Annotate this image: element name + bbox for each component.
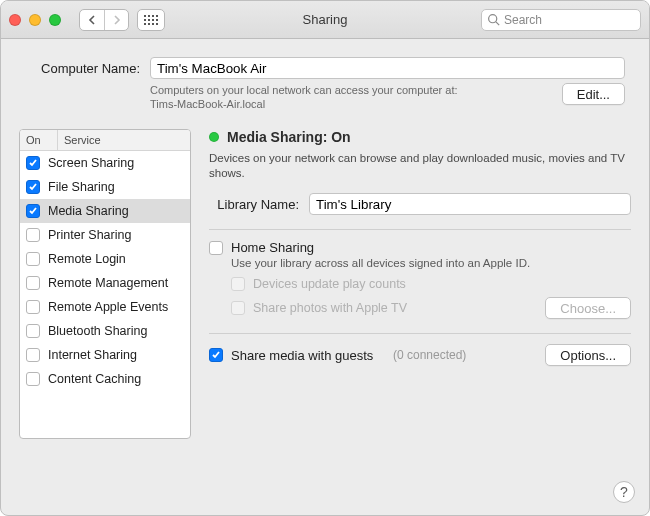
service-label: Remote Login	[48, 252, 184, 266]
svg-line-1	[496, 21, 499, 24]
choose-photos-button: Choose...	[545, 297, 631, 319]
edit-hostname-button[interactable]: Edit...	[562, 83, 625, 105]
service-label: File Sharing	[48, 180, 184, 194]
window-controls	[9, 14, 61, 26]
separator	[209, 229, 631, 230]
body: Computer Name: Computers on your local n…	[1, 39, 649, 515]
computer-name-input[interactable]	[150, 57, 625, 79]
status-dot-icon	[209, 132, 219, 142]
col-on: On	[20, 130, 58, 150]
col-service: Service	[58, 130, 190, 150]
search-input[interactable]	[481, 9, 641, 31]
guests-count: (0 connected)	[393, 348, 466, 362]
library-name-input[interactable]	[309, 193, 631, 215]
home-sharing-checkbox[interactable]	[209, 241, 223, 255]
sharing-preferences-window: Sharing Computer Name: Computers on your…	[0, 0, 650, 516]
svg-point-0	[489, 14, 497, 22]
services-list: On Service Screen SharingFile SharingMed…	[19, 129, 191, 439]
service-checkbox[interactable]	[26, 324, 40, 338]
sub-playcounts-checkbox	[231, 277, 245, 291]
service-label: Media Sharing	[48, 204, 184, 218]
home-sharing-row: Home Sharing	[209, 240, 631, 255]
service-checkbox[interactable]	[26, 252, 40, 266]
service-checkbox[interactable]	[26, 300, 40, 314]
sub-playcounts-row: Devices update play counts	[231, 277, 631, 291]
search-wrap	[481, 9, 641, 31]
services-body: Screen SharingFile SharingMedia SharingP…	[20, 151, 190, 391]
grid-icon	[144, 15, 158, 25]
service-row[interactable]: Remote Login	[20, 247, 190, 271]
sub-playcounts-label: Devices update play counts	[253, 277, 406, 291]
titlebar: Sharing	[1, 1, 649, 39]
service-label: Bluetooth Sharing	[48, 324, 184, 338]
status-row: Media Sharing: On	[209, 129, 631, 145]
service-row[interactable]: Remote Apple Events	[20, 295, 190, 319]
share-guests-checkbox[interactable]	[209, 348, 223, 362]
minimize-icon[interactable]	[29, 14, 41, 26]
home-sharing-label: Home Sharing	[231, 240, 314, 255]
computer-name-row: Computer Name:	[25, 57, 625, 79]
service-checkbox[interactable]	[26, 180, 40, 194]
show-all-button[interactable]	[137, 9, 165, 31]
service-label: Content Caching	[48, 372, 184, 386]
back-button[interactable]	[80, 10, 104, 30]
service-label: Printer Sharing	[48, 228, 184, 242]
help-button[interactable]: ?	[613, 481, 635, 503]
computer-name-subrow: Computers on your local network can acce…	[25, 83, 625, 111]
service-row[interactable]: File Sharing	[20, 175, 190, 199]
search-icon	[487, 13, 500, 26]
service-checkbox[interactable]	[26, 372, 40, 386]
library-name-row: Library Name:	[209, 193, 631, 215]
service-checkbox[interactable]	[26, 228, 40, 242]
service-row[interactable]: Remote Management	[20, 271, 190, 295]
separator-2	[209, 333, 631, 334]
service-row[interactable]: Internet Sharing	[20, 343, 190, 367]
service-checkbox[interactable]	[26, 204, 40, 218]
library-name-label: Library Name:	[209, 197, 299, 212]
service-row[interactable]: Content Caching	[20, 367, 190, 391]
service-label: Remote Management	[48, 276, 184, 290]
service-checkbox[interactable]	[26, 276, 40, 290]
detail-panel: Media Sharing: On Devices on your networ…	[209, 129, 631, 503]
service-label: Remote Apple Events	[48, 300, 184, 314]
service-row[interactable]: Printer Sharing	[20, 223, 190, 247]
service-checkbox[interactable]	[26, 348, 40, 362]
main-grid: On Service Screen SharingFile SharingMed…	[19, 129, 631, 503]
home-sharing-desc: Use your library across all devices sign…	[231, 257, 631, 269]
sub-photos-row: Share photos with Apple TV Choose...	[231, 297, 631, 319]
computer-name-subtext: Computers on your local network can acce…	[150, 83, 562, 111]
nav-backforward	[79, 9, 129, 31]
service-row[interactable]: Screen Sharing	[20, 151, 190, 175]
service-row[interactable]: Media Sharing	[20, 199, 190, 223]
sub-photos-label: Share photos with Apple TV	[253, 301, 407, 315]
computer-name-label: Computer Name:	[25, 61, 140, 76]
service-label: Internet Sharing	[48, 348, 184, 362]
services-header: On Service	[20, 130, 190, 151]
status-desc: Devices on your network can browse and p…	[209, 151, 631, 181]
close-icon[interactable]	[9, 14, 21, 26]
guest-options-button[interactable]: Options...	[545, 344, 631, 366]
share-guests-label: Share media with guests	[231, 348, 373, 363]
share-guests-row: Share media with guests (0 connected) Op…	[209, 344, 631, 366]
forward-button[interactable]	[104, 10, 128, 30]
sub-photos-checkbox	[231, 301, 245, 315]
status-text: Media Sharing: On	[227, 129, 351, 145]
zoom-icon[interactable]	[49, 14, 61, 26]
home-sharing-subchecks: Devices update play counts Share photos …	[231, 277, 631, 319]
service-row[interactable]: Bluetooth Sharing	[20, 319, 190, 343]
service-checkbox[interactable]	[26, 156, 40, 170]
service-label: Screen Sharing	[48, 156, 184, 170]
